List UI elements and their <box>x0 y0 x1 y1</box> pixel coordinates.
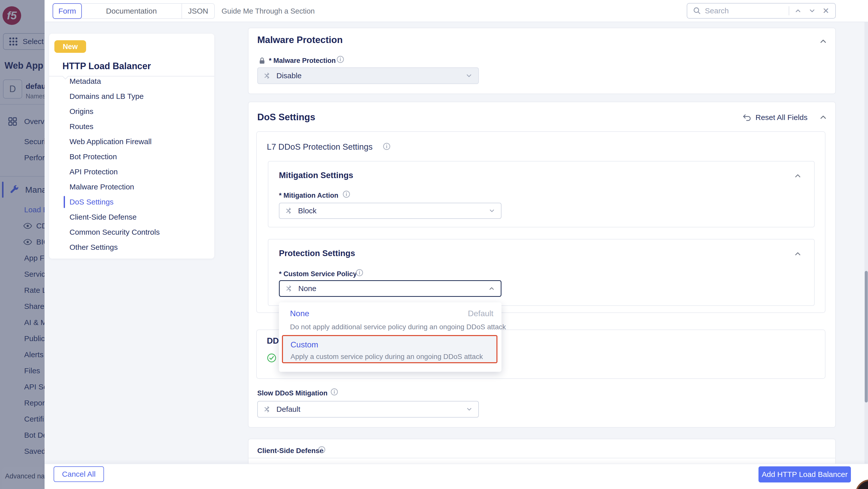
info-icon[interactable] <box>342 190 350 198</box>
wizard-nav-item[interactable]: Metadata <box>49 74 214 89</box>
wizard-nav-items: MetadataDomains and LB TypeOriginsRoutes… <box>49 74 214 255</box>
view-tabs: Form Documentation JSON <box>53 3 215 19</box>
option-custom-description: Apply a custom service policy during an … <box>290 353 483 361</box>
branch-icon <box>286 285 294 293</box>
option-custom-label[interactable]: Custom <box>290 340 318 349</box>
info-icon[interactable] <box>336 55 344 63</box>
scrollbar-track[interactable] <box>865 22 868 489</box>
wizard-nav-item[interactable]: Web Application Firewall <box>49 134 214 149</box>
slow-ddos-value: Default <box>276 405 466 414</box>
ddos-detection-title: DDoS Detection <box>267 336 279 346</box>
active-item-bar <box>64 105 65 118</box>
active-item-bar <box>64 75 65 87</box>
active-item-bar <box>64 211 65 223</box>
collapse-chevron-icon[interactable] <box>794 250 802 258</box>
check-circle-icon <box>267 353 276 363</box>
active-item-bar <box>64 151 65 163</box>
mitigation-field-label: * Mitigation Action <box>279 192 338 199</box>
search-placeholder: Search <box>705 6 789 15</box>
modal-dim-overlay <box>0 0 44 489</box>
wizard-nav-item[interactable]: Malware Protection <box>49 180 214 194</box>
malware-protection-select[interactable]: Disable <box>257 67 479 84</box>
chevron-up-icon <box>488 285 495 292</box>
custom-service-policy-select[interactable]: None <box>279 280 501 297</box>
info-icon[interactable] <box>318 446 326 454</box>
csd-title: Client-Side Defense <box>257 447 323 455</box>
protection-field-label: * Custom Service Policy <box>279 270 357 278</box>
wizard-nav-item[interactable]: Client-Side Defense <box>49 209 214 225</box>
branch-icon <box>264 405 272 413</box>
guide-me-link[interactable]: Guide Me Through a Section <box>221 0 315 22</box>
malware-section-title: Malware Protection <box>257 35 343 45</box>
active-item-bar <box>64 166 65 178</box>
active-item-bar <box>64 90 65 102</box>
scrollbar-thumb[interactable] <box>865 271 868 402</box>
malware-field-label: * Malware Protection <box>269 57 336 65</box>
wizard-nav-item[interactable]: Domains and LB Type <box>49 89 214 104</box>
branch-icon <box>264 72 272 80</box>
wizard-nav-item[interactable]: Common Security Controls <box>49 225 214 240</box>
branch-icon <box>285 207 293 215</box>
active-item-bar <box>64 196 65 208</box>
active-item-bar <box>64 121 65 133</box>
custom-service-policy-value: None <box>298 284 488 293</box>
wizard-nav-item[interactable]: Other Settings <box>49 240 214 255</box>
active-item-bar <box>64 226 65 238</box>
search-next-icon[interactable] <box>808 7 816 14</box>
tab-form[interactable]: Form <box>53 3 82 19</box>
search-prev-icon[interactable] <box>794 7 802 14</box>
chevron-down-icon <box>466 406 473 413</box>
slow-ddos-select[interactable]: Default <box>257 401 479 418</box>
search-close-icon[interactable]: ✕ <box>823 6 829 15</box>
tab-documentation[interactable]: Documentation <box>81 4 182 19</box>
active-item-bar <box>64 241 65 253</box>
reset-all-fields-button[interactable]: Reset All Fields <box>742 113 808 122</box>
wizard-nav-item[interactable]: Routes <box>49 119 214 134</box>
collapse-chevron-icon[interactable] <box>819 37 828 46</box>
wizard-title: HTTP Load Balancer <box>62 61 151 71</box>
info-icon[interactable] <box>383 142 391 151</box>
divider <box>248 458 836 458</box>
mitigation-title: Mitigation Settings <box>279 170 353 180</box>
divider <box>789 6 789 15</box>
active-item-bar <box>64 181 65 193</box>
search-box[interactable]: Search ✕ <box>687 3 836 19</box>
info-icon[interactable] <box>355 269 364 277</box>
option-custom-highlighted[interactable]: Custom Apply a custom service policy dur… <box>282 335 497 363</box>
wizard-nav-panel: New HTTP Load Balancer MetadataDomains a… <box>49 34 214 259</box>
option-none-default-badge: Default <box>468 309 493 318</box>
reset-icon <box>742 113 752 122</box>
wizard-footer-bar: Cancel All Add HTTP Load Balancer <box>44 464 868 489</box>
mitigation-action-value: Block <box>298 206 488 215</box>
chevron-down-icon <box>488 207 495 214</box>
screen: f5 Select W Web App D defaul Namesp Over… <box>0 0 868 489</box>
dos-section-title: DoS Settings <box>257 112 315 123</box>
active-item-bar <box>64 136 65 148</box>
malware-protection-value: Disable <box>276 71 465 80</box>
info-icon[interactable] <box>330 388 338 396</box>
protection-title: Protection Settings <box>279 249 355 258</box>
cancel-all-button[interactable]: Cancel All <box>54 466 104 482</box>
tab-json[interactable]: JSON <box>182 4 214 19</box>
option-none-description: Do not apply additional service policy d… <box>290 323 506 331</box>
search-icon <box>693 6 701 15</box>
collapse-chevron-icon[interactable] <box>794 171 802 180</box>
l7-ddos-title: L7 DDoS Protection Settings <box>267 142 373 152</box>
mitigation-action-select[interactable]: Block <box>279 203 501 219</box>
collapse-chevron-icon[interactable] <box>819 113 828 122</box>
new-badge: New <box>54 40 86 53</box>
add-http-load-balancer-button[interactable]: Add HTTP Load Balancer <box>758 466 851 483</box>
lock-icon <box>258 56 266 65</box>
service-policy-dropdown-menu: None Default Do not apply additional ser… <box>279 302 501 372</box>
wizard-nav-item[interactable]: Origins <box>49 104 214 119</box>
wizard-nav-item[interactable]: Bot Protection <box>49 149 214 164</box>
option-none[interactable]: None <box>290 309 309 318</box>
wizard-nav-item[interactable]: DoS Settings <box>49 194 214 209</box>
slow-ddos-label: Slow DDoS Mitigation <box>257 389 328 397</box>
chevron-down-icon <box>465 72 473 79</box>
wizard-nav-item[interactable]: API Protection <box>49 164 214 180</box>
